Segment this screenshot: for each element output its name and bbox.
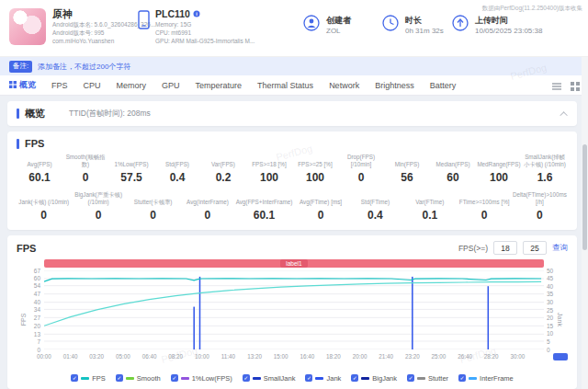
upload-value: 10/05/2025 23:05:38 (475, 26, 542, 37)
tab-battery[interactable]: Battery (430, 81, 457, 90)
metric-label: SmallJank(掉帧小卡顿) (/10min) (523, 154, 567, 168)
phone-icon (138, 10, 150, 45)
legend-checkbox-icon[interactable]: ✓ (407, 374, 414, 382)
legend-checkbox-icon[interactable]: ✓ (305, 374, 312, 382)
legend-checkbox-icon[interactable]: ✓ (458, 374, 466, 382)
metric-cell: Jank(卡顿) (/10min)0 (17, 191, 71, 222)
y-tick-right: 40 (547, 283, 553, 290)
metric-value: 0 (17, 209, 70, 222)
metric-cell: 1%Low(FPS)57.5 (108, 154, 154, 184)
tab-概览[interactable]: 概览 (9, 79, 36, 91)
query-button[interactable]: 查询 (552, 243, 568, 254)
tab-temperature[interactable]: Temperature (196, 81, 243, 90)
legend-item-interframe[interactable]: ✓InterFrame (458, 374, 514, 383)
tab-fps[interactable]: FPS (51, 81, 68, 90)
metric-value: 1.6 (523, 171, 567, 184)
device-memory: Memory: 15G (155, 20, 254, 29)
scrollbar-track[interactable] (582, 57, 588, 389)
y-tick-left: 34 (17, 306, 40, 313)
metric-cell: SmallJank(掉帧小卡顿) (/10min)1.6 (522, 154, 568, 184)
metric-value: 0 (513, 209, 567, 222)
collapse-chevron-icon[interactable] (560, 111, 567, 119)
chart-band: label1 (44, 259, 544, 268)
creator-value: ZOL (326, 26, 351, 37)
metric-value: 0 (339, 171, 383, 184)
device-text: PLC110 i Memory: 15G CPU: mt6991 GPU: AR… (155, 8, 254, 45)
y-tick-left: 60 (17, 275, 40, 281)
duration-label: 时长 (405, 15, 444, 26)
metric-label: MedRange(FPS) (477, 154, 521, 168)
metric-cell: Drop(FPS) [/10min]0 (338, 154, 384, 184)
tab-label: Thermal Status (257, 81, 313, 90)
tabbar-menu-icon[interactable] (551, 79, 562, 96)
fps-chart-canvas (44, 270, 544, 349)
legend-swatch (315, 377, 323, 380)
tab-network[interactable]: Network (329, 81, 359, 90)
tabbar-layout-icon[interactable] (570, 79, 581, 96)
y-tick-left: 67 (17, 268, 40, 274)
chart-zoom-handle[interactable] (553, 353, 568, 360)
legend-label: FPS (92, 374, 106, 383)
tab-brightness[interactable]: Brightness (375, 81, 414, 90)
fps-summary-title: FPS (25, 138, 44, 149)
fps-plot[interactable] (44, 270, 544, 349)
scrollbar-thumb[interactable] (582, 144, 587, 250)
fps-min-input[interactable] (493, 241, 517, 255)
metric-label: BigJank(严重卡顿) (/10min) (72, 191, 124, 206)
tab-cpu[interactable]: CPU (84, 81, 101, 90)
metric-cell: Std(FTime)0.4 (348, 191, 402, 222)
legend-label: BigJank (372, 374, 397, 383)
tab-bar: 概览FPSCPUMemoryGPUTemperatureThermal Stat… (0, 75, 588, 96)
app-info: 原神 Android版本名: 5.6.0_32604286_326... And… (9, 8, 155, 45)
metric-label: Avg(FPS) (17, 154, 62, 168)
y-tick-left: 54 (17, 282, 40, 289)
metric-cell: Stutter(卡顿率)0 (126, 191, 180, 222)
remark-bar[interactable]: 备注: 添加备注，不超过200个字符 (0, 57, 588, 75)
metric-cell: BigJank(严重卡顿) (/10min)0 (71, 191, 125, 222)
fps-chart-title: FPS (17, 243, 36, 254)
tab-thermal-status[interactable]: Thermal Status (257, 81, 313, 90)
metric-cell: MedRange(FPS)100 (476, 154, 522, 184)
legend-item-bigjank[interactable]: ✓BigJank (351, 374, 397, 383)
legend-label: Smooth (137, 374, 161, 383)
remark-placeholder[interactable]: 添加备注，不超过200个字符 (38, 62, 130, 72)
metric-value: 0 (63, 171, 107, 184)
metric-cell: FPS>=18 [%]100 (246, 154, 292, 184)
legend-item-smooth[interactable]: ✓Smooth (116, 374, 161, 383)
legend-checkbox-icon[interactable]: ✓ (116, 374, 123, 382)
fps-max-input[interactable] (523, 241, 547, 255)
legend-checkbox-icon[interactable]: ✓ (171, 374, 178, 382)
metric-value: 0.4 (155, 171, 199, 184)
y-tick-right: 25 (547, 307, 553, 314)
x-tick: 03:20 (89, 353, 104, 360)
legend-item-smalljank[interactable]: ✓SmallJank (243, 374, 296, 383)
metric-label: Drop(FPS) [/10min] (339, 154, 383, 168)
metric-label: Jank(卡顿) (/10min) (17, 191, 70, 206)
chart-band-label: label1 (280, 259, 307, 268)
metric-value: 100 (477, 171, 521, 184)
tab-gpu[interactable]: GPU (162, 81, 180, 90)
metrics-row-1: Avg(FPS)60.1Smooth(顺畅指数)01%Low(FPS)57.5S… (17, 154, 568, 184)
x-tick: 20:00 (353, 353, 368, 360)
legend-item-stutter[interactable]: ✓Stutter (407, 374, 448, 383)
x-tick: 11:40 (221, 353, 235, 360)
legend-swatch (469, 377, 477, 380)
y-tick-left: 0 (17, 347, 40, 353)
legend-item-fps[interactable]: ✓FPS (71, 374, 106, 383)
legend-checkbox-icon[interactable]: ✓ (351, 374, 358, 382)
duration-block: 时长 0h 31m 32s (382, 15, 444, 37)
legend-item-1-low-fps-[interactable]: ✓1%Low(FPS) (171, 374, 232, 383)
tab-memory[interactable]: Memory (117, 81, 147, 90)
metrics-row-2: Jank(卡顿) (/10min)0BigJank(严重卡顿) (/10min)… (17, 191, 568, 222)
metric-cell: Avg(FPS)60.1 (17, 154, 62, 184)
legend-item-jank[interactable]: ✓Jank (305, 374, 341, 383)
x-tick: 25:00 (432, 353, 447, 360)
legend-checkbox-icon[interactable]: ✓ (243, 374, 250, 382)
device-info-icon[interactable]: i (193, 8, 200, 20)
legend-checkbox-icon[interactable]: ✓ (71, 374, 78, 382)
duration-value: 0h 31m 32s (405, 26, 444, 37)
metric-value: 0.2 (201, 171, 245, 184)
metric-label: Median(FPS) (431, 154, 475, 168)
legend-label: InterFrame (480, 374, 514, 383)
tab-label: CPU (84, 81, 101, 90)
